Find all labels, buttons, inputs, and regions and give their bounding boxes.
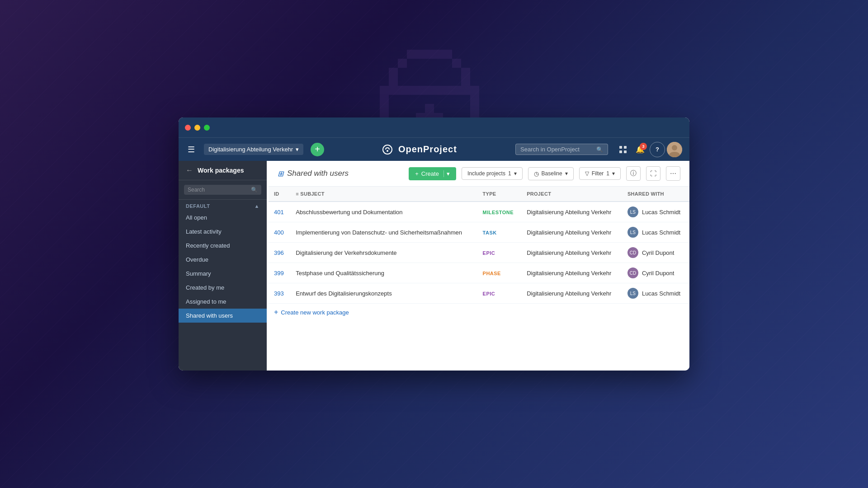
sidebar-search-field[interactable]: 🔍 xyxy=(184,185,261,195)
work-package-id-link[interactable]: 400 xyxy=(274,229,284,236)
shared-user-avatar: CD xyxy=(627,267,638,278)
svg-rect-48 xyxy=(619,146,622,149)
col-header-subject[interactable]: ≡ SUBJECT xyxy=(290,187,477,202)
quick-add-button[interactable]: + xyxy=(311,143,324,156)
table-row[interactable]: 393 Entwurf des Digitalisierungskonzepts… xyxy=(269,283,689,304)
user-avatar[interactable] xyxy=(667,142,682,157)
cell-type: PHASE xyxy=(477,263,522,283)
minimize-button[interactable] xyxy=(194,125,200,131)
shared-user-name: Cyril Dupont xyxy=(642,270,675,277)
top-navbar: ☰ Digitalisierung Abteilung Verkehr ▾ + … xyxy=(179,137,689,161)
project-name-label: Digitalisierung Abteilung Verkehr xyxy=(208,146,293,153)
cell-id: 399 xyxy=(269,263,290,283)
work-package-id-link[interactable]: 399 xyxy=(274,270,284,277)
sidebar-item-assigned-to-me[interactable]: Assigned to me xyxy=(179,295,267,309)
cell-type: MILESTONE xyxy=(477,202,522,222)
table-row[interactable]: 401 Abschlussbewertung und Dokumentation… xyxy=(269,202,689,222)
notification-badge: 3 xyxy=(640,143,647,150)
sidebar-back-button[interactable]: ← xyxy=(186,166,193,174)
svg-rect-13 xyxy=(389,86,398,95)
info-button[interactable]: ⓘ xyxy=(626,166,641,181)
svg-rect-16 xyxy=(416,86,425,95)
include-projects-button[interactable]: Include projects 1 ▾ xyxy=(462,167,523,180)
col-header-id[interactable]: ID xyxy=(269,187,290,202)
work-packages-table: ID ≡ SUBJECT TYPE PROJECT SHARED WITH 40… xyxy=(269,187,689,304)
type-badge: MILESTONE xyxy=(483,210,514,215)
work-packages-table-wrap: ID ≡ SUBJECT TYPE PROJECT SHARED WITH 40… xyxy=(269,187,689,371)
sidebar-item-summary[interactable]: Summary xyxy=(179,267,267,281)
svg-rect-49 xyxy=(624,146,627,149)
filter-button[interactable]: ▽ Filter 1 ▾ xyxy=(579,167,621,180)
baseline-label: Baseline xyxy=(542,170,562,177)
project-selector[interactable]: Digitalisierung Abteilung Verkehr ▾ xyxy=(204,144,303,155)
close-button[interactable] xyxy=(185,125,191,131)
svg-rect-6 xyxy=(398,59,407,68)
filter-icon: ▽ xyxy=(585,170,589,177)
cell-shared-with: CD Cyril Dupont xyxy=(622,263,689,283)
sidebar-item-created-by-me[interactable]: Created by me xyxy=(179,281,267,295)
global-search[interactable]: 🔍 xyxy=(515,144,608,155)
shared-user-avatar: LS xyxy=(627,227,638,238)
shared-user-name: Lucas Schmidt xyxy=(642,229,680,236)
sidebar-search-input[interactable] xyxy=(188,187,248,193)
col-header-type[interactable]: TYPE xyxy=(477,187,522,202)
more-options-button[interactable]: ⋯ xyxy=(666,166,680,181)
work-package-id-link[interactable]: 396 xyxy=(274,249,284,256)
topnav-icons: 🔔 3 ? xyxy=(615,142,682,157)
svg-rect-1 xyxy=(407,50,416,59)
svg-rect-11 xyxy=(461,77,470,86)
col-header-shared-with[interactable]: SHARED WITH xyxy=(622,187,689,202)
shared-with-cell: LS Lucas Schmidt xyxy=(627,288,684,299)
notifications-button[interactable]: 🔔 3 xyxy=(632,142,648,157)
svg-rect-2 xyxy=(416,50,425,59)
sidebar-section-label: DEFAULT xyxy=(186,203,210,209)
help-button[interactable]: ? xyxy=(650,142,665,157)
sidebar-title: Work packages xyxy=(198,167,244,174)
create-new-work-package-link[interactable]: + Create new work package xyxy=(269,304,689,321)
sidebar-collapse-icon: ▲ xyxy=(255,203,259,209)
modules-button[interactable] xyxy=(615,142,631,157)
sidebar-item-overdue[interactable]: Overdue xyxy=(179,253,267,267)
sidebar-item-latest-activity[interactable]: Latest activity xyxy=(179,225,267,239)
sidebar-header: ← Work packages xyxy=(179,161,267,180)
include-projects-label: Include projects xyxy=(467,170,505,177)
sidebar-item-all-open[interactable]: All open xyxy=(179,211,267,225)
search-input[interactable] xyxy=(520,146,593,153)
work-package-id-link[interactable]: 393 xyxy=(274,290,284,297)
sidebar-item-label: Created by me xyxy=(186,284,224,291)
sidebar-item-label: Summary xyxy=(186,270,211,277)
shared-with-cell: LS Lucas Schmidt xyxy=(627,206,684,217)
table-header-row: ID ≡ SUBJECT TYPE PROJECT SHARED WITH xyxy=(269,187,689,202)
svg-rect-15 xyxy=(407,86,416,95)
work-package-id-link[interactable]: 401 xyxy=(274,209,284,216)
create-button[interactable]: + Create ▾ xyxy=(409,167,456,180)
include-projects-chevron: ▾ xyxy=(514,170,517,177)
svg-rect-5 xyxy=(443,50,452,59)
sidebar-item-shared-with-users[interactable]: Shared with users xyxy=(179,309,267,323)
cell-shared-with: LS Lucas Schmidt xyxy=(622,283,689,304)
type-badge: PHASE xyxy=(483,271,501,276)
sidebar-item-label: All open xyxy=(186,214,207,221)
fullscreen-button[interactable]: ⛶ xyxy=(646,166,660,181)
create-new-label: Create new work package xyxy=(281,309,349,316)
cell-shared-with: CD Cyril Dupont xyxy=(622,243,689,263)
shared-user-name: Cyril Dupont xyxy=(642,249,675,256)
clock-icon: ◷ xyxy=(534,170,539,177)
table-row[interactable]: 399 Testphase und Qualitätssicherung PHA… xyxy=(269,263,689,283)
table-row[interactable]: 400 Implementierung von Datenschutz- und… xyxy=(269,222,689,243)
baseline-button[interactable]: ◷ Baseline ▾ xyxy=(528,167,574,180)
table-row[interactable]: 396 Digitalisierung der Verkehrsdokument… xyxy=(269,243,689,263)
hamburger-menu-button[interactable]: ☰ xyxy=(186,143,197,156)
col-header-project[interactable]: PROJECT xyxy=(521,187,622,202)
view-icon: ⊞ xyxy=(278,169,283,178)
svg-rect-26 xyxy=(425,104,434,113)
search-icon: 🔍 xyxy=(596,146,603,153)
svg-rect-27 xyxy=(470,104,479,113)
svg-rect-22 xyxy=(470,86,479,95)
sidebar-section-default[interactable]: DEFAULT ▲ xyxy=(179,200,267,211)
filter-chevron: ▾ xyxy=(612,170,615,177)
sidebar-item-recently-created[interactable]: Recently created xyxy=(179,239,267,253)
create-new-icon: + xyxy=(274,308,278,316)
maximize-button[interactable] xyxy=(204,125,210,131)
cell-id: 396 xyxy=(269,243,290,263)
